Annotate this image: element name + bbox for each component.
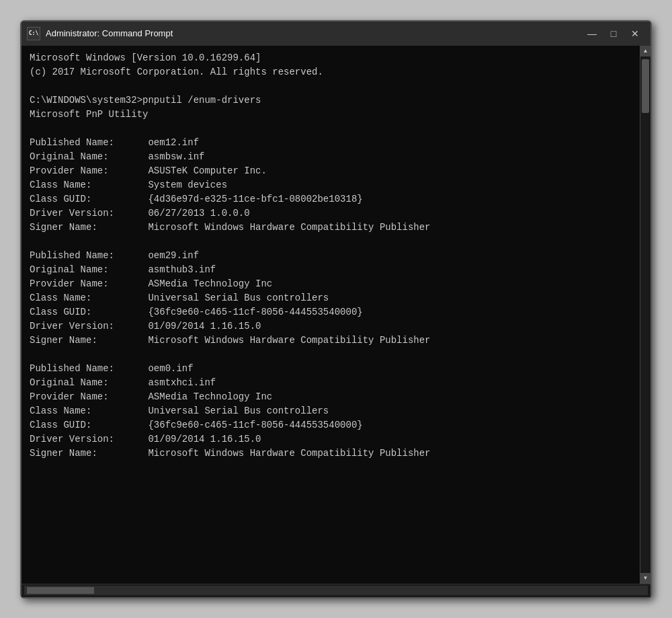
close-button[interactable]: ✕: [625, 26, 645, 42]
terminal-output[interactable]: Microsoft Windows [Version 10.0.16299.64…: [22, 46, 640, 584]
command-prompt-window: C:\ Administrator: Command Prompt — □ ✕ …: [20, 20, 652, 598]
content-area: Microsoft Windows [Version 10.0.16299.64…: [22, 46, 650, 584]
horizontal-scrollbar-thumb[interactable]: [27, 587, 94, 594]
scroll-down-arrow[interactable]: ▼: [640, 573, 651, 584]
maximize-button[interactable]: □: [603, 26, 624, 42]
title-bar: C:\ Administrator: Command Prompt — □ ✕: [22, 22, 650, 46]
vertical-scrollbar[interactable]: ▲ ▼: [640, 46, 650, 584]
bottom-bar: [22, 584, 650, 597]
window-controls: — □ ✕: [582, 26, 645, 42]
horizontal-scrollbar[interactable]: [24, 586, 648, 595]
scrollbar-thumb[interactable]: [642, 59, 649, 113]
window-icon: C:\: [27, 27, 40, 40]
window-icon-label: C:\: [29, 30, 38, 36]
window-title: Administrator: Command Prompt: [46, 28, 582, 38]
scroll-up-arrow[interactable]: ▲: [640, 46, 651, 56]
scrollbar-track[interactable]: [640, 56, 650, 573]
minimize-button[interactable]: —: [582, 26, 602, 42]
